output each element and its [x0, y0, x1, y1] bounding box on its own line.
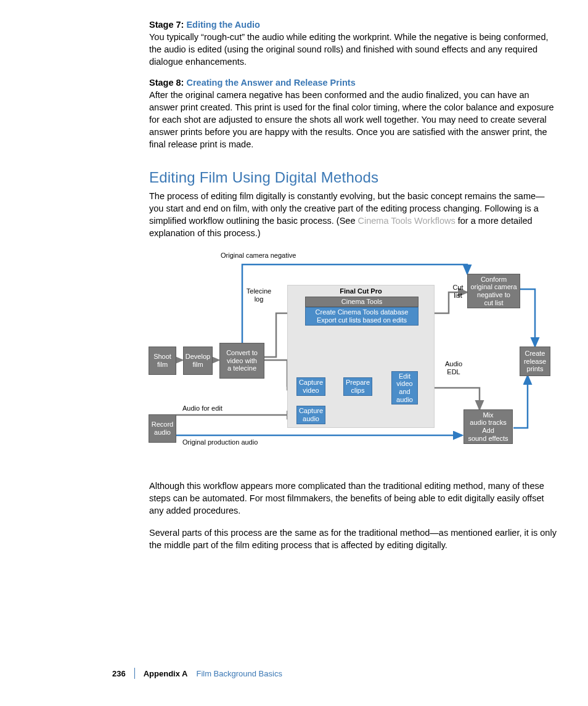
fcp-title: Final Cut Pro [288, 285, 434, 297]
footer-separator [134, 668, 135, 679]
box-edit: Editvideoandaudio [391, 371, 418, 404]
box-shoot: Shootfilm [149, 347, 176, 375]
stage7-label: Stage 7: [149, 20, 184, 30]
box-create-release: Createreleaseprints [520, 347, 550, 376]
label-ocn: Original camera negative [221, 252, 296, 260]
stage7-link[interactable]: Editing the Audio [186, 20, 259, 30]
box-convert: Convert tovideo witha telecine [219, 343, 264, 379]
box-capture-video: Capturevideo [296, 377, 325, 396]
after-para2: Several parts of this process are the sa… [149, 527, 557, 551]
stage8-link[interactable]: Creating the Answer and Release Prints [186, 78, 355, 88]
box-prepare: Prepareclips [343, 377, 372, 396]
ct-line2: Export cut lists based on edits [317, 316, 407, 324]
appendix-subtitle: Film Background Basics [196, 669, 282, 678]
appendix-label: Appendix A [144, 669, 188, 678]
stage7-head: Stage 7: Editing the Audio [149, 20, 557, 30]
ct-line1: Create Cinema Tools database [316, 308, 409, 316]
label-cut-list: Cutlist [449, 284, 467, 299]
box-conform: Conformoriginal cameranegative tocut lis… [467, 274, 520, 308]
ct-title: Cinema Tools [305, 297, 419, 307]
workflow-diagram: Original camera negative Telecinelog Cut… [147, 249, 553, 471]
box-develop: Developfilm [183, 347, 213, 375]
after-para1: Although this workflow appears more comp… [149, 480, 557, 517]
stage8-label: Stage 8: [149, 78, 184, 88]
stage8-body: After the original camera negative has b… [149, 89, 557, 150]
page-number: 236 [112, 669, 126, 678]
box-mix: Mixaudio tracksAddsound effects [463, 409, 513, 444]
section-title: Editing Film Using Digital Methods [149, 169, 557, 186]
stage8-head: Stage 8: Creating the Answer and Release… [149, 78, 557, 88]
cinema-tools-link[interactable]: Cinema Tools Workflows [357, 216, 455, 226]
ct-database: Create Cinema Tools database Export cut … [305, 307, 419, 326]
stage7-body: You typically “rough-cut” the audio whil… [149, 31, 557, 68]
page-footer: 236 Appendix A Film Background Basics [0, 668, 588, 679]
section-intro: The process of editing film digitally is… [149, 190, 557, 239]
box-record: Recordaudio [149, 414, 176, 443]
label-telecine-log: Telecinelog [243, 287, 274, 303]
box-capture-audio: Captureaudio [296, 406, 325, 424]
label-opa: Original production audio [182, 438, 258, 446]
label-audio-edl: AudioEDL [441, 360, 466, 376]
label-audio-edit: Audio for edit [182, 404, 223, 413]
